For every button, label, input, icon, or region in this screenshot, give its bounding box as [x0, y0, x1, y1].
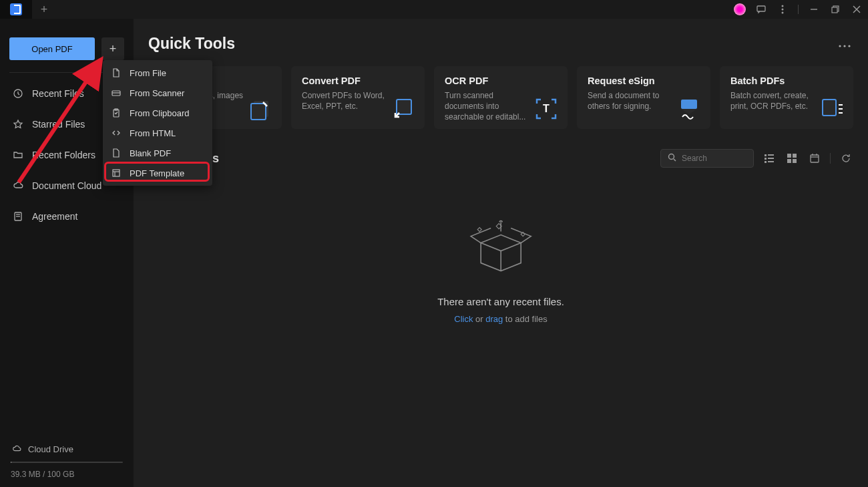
empty-state: There aren't any recent files. Click or …: [437, 206, 564, 323]
new-tab-button[interactable]: +: [35, 0, 53, 19]
file-icon: [111, 67, 122, 78]
user-avatar[interactable]: [734, 3, 746, 15]
svg-rect-46: [113, 170, 120, 176]
app-logo-icon: [10, 3, 22, 15]
cloud-icon: [12, 180, 24, 192]
svg-rect-36: [787, 159, 791, 163]
sidebar-item-label: Recent Folders: [32, 150, 95, 160]
storage-text: 39.3 MB / 100 GB: [9, 470, 124, 479]
dropdown-blank-pdf[interactable]: Blank PDF: [103, 143, 212, 163]
main-content: Quick Tools Create PDF Turn office files…: [134, 19, 868, 487]
create-plus-button[interactable]: +: [101, 37, 124, 60]
esign-icon: [676, 96, 702, 122]
app-tab[interactable]: [0, 0, 32, 19]
search-box[interactable]: [660, 149, 754, 168]
blank-icon: [111, 148, 122, 158]
svg-line-27: [674, 159, 676, 161]
clipboard-icon: [111, 108, 122, 118]
folder-icon: [12, 149, 24, 161]
empty-line-2: Click or drag to add files: [437, 313, 564, 323]
svg-rect-0: [757, 6, 765, 11]
svg-rect-29: [768, 154, 774, 156]
calendar-view-button[interactable]: [807, 151, 822, 166]
cloud-drive-label: Cloud Drive: [28, 444, 73, 454]
create-dropdown: From File From Scanner From Clipboard Fr…: [103, 60, 212, 186]
click-link[interactable]: Click: [454, 313, 473, 323]
document-icon: [12, 210, 24, 222]
ocr-icon: T: [533, 96, 560, 122]
cloud-icon: [11, 443, 23, 455]
svg-rect-35: [793, 154, 797, 158]
template-icon: [111, 168, 122, 178]
card-request-esign[interactable]: Request eSign Send a document to others …: [577, 66, 710, 129]
svg-point-13: [839, 45, 841, 47]
sidebar-item-label: Document Cloud: [32, 180, 101, 191]
card-desc: Convert PDFs to Word, Excel, PPT, etc.: [302, 90, 390, 112]
batch-icon: [819, 96, 845, 122]
svg-rect-33: [768, 161, 774, 162]
svg-rect-21: [681, 100, 697, 109]
comment-icon[interactable]: [755, 3, 767, 15]
grid-view-button[interactable]: [785, 151, 799, 166]
page-title: Quick Tools: [148, 35, 235, 53]
dropdown-label: Blank PDF: [130, 148, 171, 158]
list-view-button[interactable]: [762, 151, 777, 166]
dropdown-label: From File: [130, 68, 166, 78]
clock-icon: [12, 88, 24, 100]
svg-rect-17: [251, 104, 266, 120]
svg-rect-6: [832, 7, 837, 13]
titlebar: +: [0, 0, 868, 19]
cloud-drive[interactable]: Cloud Drive: [9, 439, 124, 459]
svg-rect-22: [823, 100, 836, 116]
dropdown-label: From HTML: [130, 128, 176, 138]
minimize-button[interactable]: [808, 3, 820, 15]
storage-bar: [11, 462, 123, 463]
svg-rect-28: [765, 154, 767, 156]
svg-rect-38: [811, 155, 819, 162]
dropdown-from-clipboard[interactable]: From Clipboard: [103, 103, 212, 123]
svg-point-3: [782, 12, 784, 14]
search-icon: [668, 152, 676, 164]
dropdown-from-file[interactable]: From File: [103, 63, 212, 83]
scanner-icon: [111, 88, 122, 98]
svg-rect-37: [793, 159, 797, 163]
maximize-button[interactable]: [829, 3, 841, 15]
dropdown-from-scanner[interactable]: From Scanner: [103, 83, 212, 103]
svg-point-15: [848, 45, 850, 47]
dropdown-from-html[interactable]: From HTML: [103, 123, 212, 143]
card-ocr-pdf[interactable]: OCR PDF Turn scanned documents into sear…: [434, 66, 568, 129]
kebab-menu-icon[interactable]: [777, 3, 789, 15]
dropdown-label: From Scanner: [130, 88, 184, 98]
divider: [830, 153, 831, 164]
search-input[interactable]: [682, 154, 746, 163]
card-title: Request eSign: [588, 75, 676, 86]
svg-rect-30: [765, 158, 767, 160]
svg-point-2: [782, 9, 784, 11]
svg-point-26: [669, 154, 674, 160]
card-title: Convert PDF: [302, 75, 390, 86]
more-icon[interactable]: [836, 35, 853, 53]
star-icon: [12, 118, 24, 130]
dropdown-pdf-template[interactable]: PDF Template: [103, 163, 212, 183]
refresh-button[interactable]: [839, 151, 853, 166]
sidebar-item-agreement[interactable]: Agreement: [9, 201, 124, 232]
card-batch-pdfs[interactable]: Batch PDFs Batch convert, create, print,…: [720, 66, 853, 129]
svg-rect-32: [765, 161, 767, 163]
card-convert-pdf[interactable]: Convert PDF Convert PDFs to Word, Excel,…: [291, 66, 425, 129]
svg-text:T: T: [543, 103, 550, 114]
open-pdf-button[interactable]: Open PDF: [9, 37, 95, 60]
dropdown-label: From Clipboard: [130, 108, 190, 118]
card-desc: Turn scanned documents into searchable o…: [445, 90, 533, 123]
empty-box-icon: [457, 206, 544, 279]
card-desc: Send a document to others for signing.: [588, 90, 676, 112]
divider: [798, 5, 799, 14]
card-title: OCR PDF: [445, 75, 533, 86]
sidebar-item-label: Recent Files: [32, 88, 84, 99]
convert-pdf-icon: [390, 96, 417, 122]
card-title: Batch PDFs: [730, 75, 819, 86]
drag-link[interactable]: drag: [485, 313, 503, 323]
close-button[interactable]: [851, 3, 863, 15]
svg-rect-31: [768, 158, 774, 159]
sidebar-item-label: Agreement: [32, 211, 77, 222]
dropdown-label: PDF Template: [130, 168, 184, 178]
